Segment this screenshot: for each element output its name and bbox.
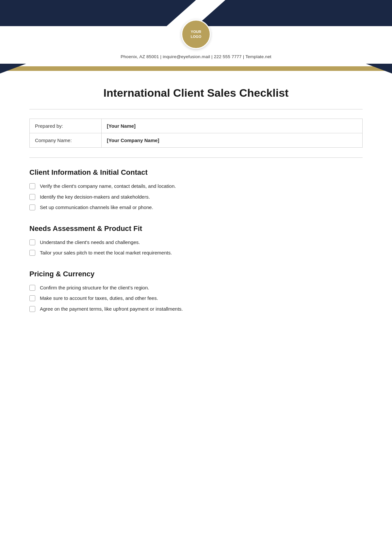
info-value-0: [Your Name] — [102, 119, 363, 133]
list-item-text: Set up communication channels like email… — [40, 204, 153, 211]
contact-info: Phoenix, AZ 85001 | inquire@eyefusion.ma… — [0, 49, 392, 62]
list-item: Verify the client's company name, contac… — [29, 183, 363, 190]
title-divider — [29, 109, 363, 109]
logo-text-line1: YOUR — [191, 29, 201, 34]
info-label-1: Company Name: — [30, 133, 102, 148]
checkbox-icon[interactable] — [29, 306, 35, 312]
header-separator — [0, 64, 392, 73]
logo-circle: YOUR LOGO — [181, 20, 211, 49]
checkbox-icon[interactable] — [29, 285, 35, 291]
list-item-text: Agree on the payment terms, like upfront… — [40, 305, 183, 313]
list-item: Confirm the pricing structure for the cl… — [29, 284, 363, 292]
section-block-2: Pricing & Currency Confirm the pricing s… — [29, 270, 363, 313]
checkbox-icon[interactable] — [29, 204, 35, 210]
list-item-text: Tailor your sales pitch to meet the loca… — [40, 249, 172, 257]
section-heading-0: Client Information & Initial Contact — [29, 168, 363, 177]
logo-text-line2: LOGO — [191, 34, 201, 39]
info-value-1: [Your Company Name] — [102, 133, 363, 148]
document-title: International Client Sales Checklist — [29, 87, 363, 99]
info-table: Prepared by: [Your Name] Company Name: [… — [29, 119, 363, 148]
checkbox-icon[interactable] — [29, 194, 35, 200]
list-item-text: Understand the client's needs and challe… — [40, 239, 140, 246]
checkbox-icon[interactable] — [29, 239, 35, 245]
main-content: International Client Sales Checklist Pre… — [0, 73, 392, 345]
checklist-1: Understand the client's needs and challe… — [29, 239, 363, 257]
checkbox-icon[interactable] — [29, 183, 35, 189]
list-item-text: Identify the key decision-makers and sta… — [40, 193, 150, 201]
list-item-text: Confirm the pricing structure for the cl… — [40, 284, 149, 292]
checkbox-icon[interactable] — [29, 295, 35, 301]
bottom-divider — [29, 157, 363, 158]
navy-triangle-left — [0, 64, 26, 73]
section-heading-2: Pricing & Currency — [29, 270, 363, 278]
sections-container: Client Information & Initial Contact Ver… — [29, 168, 363, 313]
section-block-1: Needs Assessment & Product Fit Understan… — [29, 224, 363, 257]
logo-area: YOUR LOGO — [0, 20, 392, 49]
list-item: Identify the key decision-makers and sta… — [29, 193, 363, 201]
section-heading-1: Needs Assessment & Product Fit — [29, 224, 363, 233]
gold-bar — [0, 66, 392, 71]
info-table-row: Company Name: [Your Company Name] — [30, 133, 363, 148]
navy-triangle-right — [366, 64, 392, 73]
info-label-0: Prepared by: — [30, 119, 102, 133]
info-table-row: Prepared by: [Your Name] — [30, 119, 363, 133]
list-item: Make sure to account for taxes, duties, … — [29, 295, 363, 302]
checklist-2: Confirm the pricing structure for the cl… — [29, 284, 363, 313]
list-item: Understand the client's needs and challe… — [29, 239, 363, 246]
section-block-0: Client Information & Initial Contact Ver… — [29, 168, 363, 211]
checkbox-icon[interactable] — [29, 250, 35, 256]
list-item-text: Verify the client's company name, contac… — [40, 183, 176, 190]
list-item: Set up communication channels like email… — [29, 204, 363, 211]
checklist-0: Verify the client's company name, contac… — [29, 183, 363, 211]
list-item: Tailor your sales pitch to meet the loca… — [29, 249, 363, 257]
list-item: Agree on the payment terms, like upfront… — [29, 305, 363, 313]
list-item-text: Make sure to account for taxes, duties, … — [40, 295, 158, 302]
